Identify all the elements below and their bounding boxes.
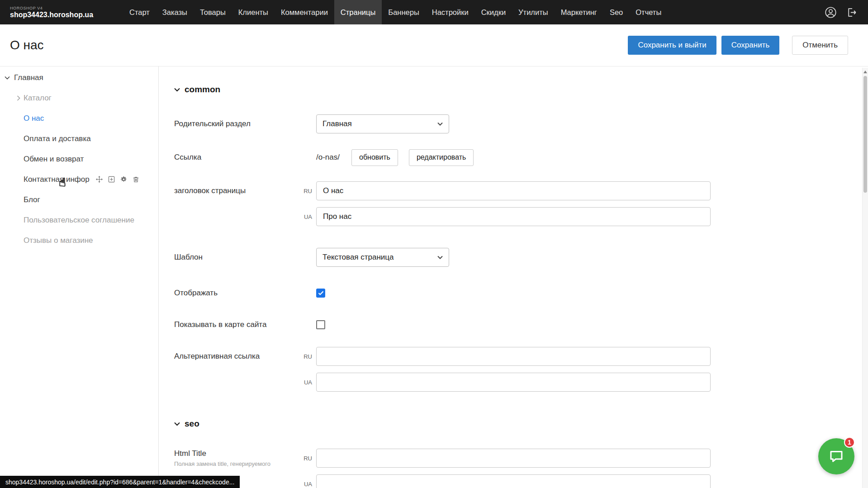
parent-section-row: Родительский раздел Главная bbox=[174, 114, 868, 133]
sidebar-item-o-nas[interactable]: О нас bbox=[0, 108, 158, 128]
move-icon[interactable] bbox=[96, 176, 103, 183]
section-common[interactable]: common bbox=[174, 85, 868, 95]
chevron-down-icon[interactable] bbox=[5, 76, 14, 80]
field-label: Альтернативная ссылка bbox=[174, 352, 286, 361]
nav-item-products[interactable]: Товары bbox=[194, 0, 232, 24]
sidebar-item-obmen[interactable]: Обмен и возврат bbox=[0, 149, 158, 169]
sidebar-item-label: Блог bbox=[24, 195, 40, 204]
field-label: Html Title bbox=[174, 449, 286, 458]
page-title: О нас bbox=[10, 38, 44, 52]
topbar-right bbox=[825, 0, 868, 24]
chat-bubble-icon bbox=[828, 448, 844, 464]
logo-domain: shop34423.horoshop.ua bbox=[10, 11, 123, 19]
display-checkbox[interactable] bbox=[316, 289, 325, 298]
save-and-exit-button[interactable]: Сохранить и выйти bbox=[628, 36, 716, 55]
sidebar-item-blog[interactable]: Блог bbox=[0, 190, 158, 210]
nav-item-marketing[interactable]: Маркетинг bbox=[555, 0, 603, 24]
field-label: Родительский раздел bbox=[174, 119, 286, 128]
lang-badge-ru: RU bbox=[286, 455, 316, 462]
alt-link-ua-row: UA bbox=[174, 373, 868, 392]
sidebar-item-kontaktnaya[interactable]: Контактная инфор bbox=[0, 169, 158, 190]
nav-item-settings[interactable]: Настройки bbox=[426, 0, 475, 24]
cancel-button[interactable]: Отменить bbox=[792, 36, 848, 55]
sidebar-item-glavnaya[interactable]: Главная bbox=[0, 67, 158, 88]
page-title-ru-row: заголовок страницы RU bbox=[174, 181, 868, 200]
nav-item-discounts[interactable]: Скидки bbox=[475, 0, 512, 24]
nav-item-reports[interactable]: Отчеты bbox=[629, 0, 668, 24]
html-title-ua-input[interactable] bbox=[316, 474, 711, 488]
logout-icon[interactable] bbox=[846, 7, 857, 18]
add-icon[interactable] bbox=[108, 176, 115, 183]
alt-link-ua-input[interactable] bbox=[316, 373, 711, 392]
save-button[interactable]: Сохранить bbox=[721, 36, 779, 55]
sidebar-item-oplata[interactable]: Оплата и доставка bbox=[0, 128, 158, 149]
page-title-ru-input[interactable] bbox=[316, 181, 711, 200]
parent-section-select[interactable]: Главная bbox=[316, 114, 449, 133]
section-seo[interactable]: seo bbox=[174, 419, 868, 429]
sidebar-item-label: Главная bbox=[14, 73, 43, 82]
chat-widget-button[interactable]: 1 bbox=[818, 438, 854, 474]
status-url-bar: shop34423.horoshop.ua/edit/edit.php?id=6… bbox=[0, 476, 240, 488]
field-label: Ссылка bbox=[174, 153, 286, 162]
sidebar-item-otzyvy[interactable]: Отзывы о магазине bbox=[0, 230, 158, 251]
sidebar-item-label: Пользовательское соглашение bbox=[24, 216, 134, 225]
nav-item-clients[interactable]: Клиенты bbox=[232, 0, 275, 24]
nav-item-comments[interactable]: Комментарии bbox=[275, 0, 334, 24]
link-edit-button[interactable]: редактировать bbox=[409, 149, 474, 166]
select-value: Текстовая страница bbox=[323, 253, 394, 262]
sidebar-item-soglashenie[interactable]: Пользовательское соглашение bbox=[0, 210, 158, 230]
check-icon bbox=[318, 291, 324, 295]
field-label: Отображать bbox=[174, 289, 286, 298]
sidebar-item-label: Контактная инфор bbox=[24, 175, 90, 184]
sitemap-checkbox[interactable] bbox=[316, 320, 325, 329]
page-title-ua-input[interactable] bbox=[316, 207, 711, 226]
gear-icon[interactable] bbox=[120, 176, 127, 183]
link-refresh-button[interactable]: обновить bbox=[351, 149, 398, 166]
link-path: /o-nas/ bbox=[316, 153, 340, 162]
field-label: Шаблон bbox=[174, 253, 286, 262]
html-title-ua-row: UA bbox=[174, 474, 868, 488]
lang-badge-ua: UA bbox=[286, 481, 316, 488]
chevron-down-icon bbox=[437, 256, 443, 259]
nav-item-seo[interactable]: Seo bbox=[603, 0, 629, 24]
logo[interactable]: HOROSHOP V4 shop34423.horoshop.ua bbox=[0, 0, 123, 24]
sidebar-item-label: Оплата и доставка bbox=[24, 134, 91, 143]
chevron-down-icon bbox=[437, 122, 443, 126]
sitemap-row: Показывать в карте сайта bbox=[174, 315, 868, 334]
field-hint: Полная замена title, генерируемого bbox=[174, 460, 286, 467]
nav-item-pages[interactable]: Страницы bbox=[334, 0, 382, 24]
sidebar-item-label: О нас bbox=[24, 114, 44, 123]
scroll-up-arrow-icon[interactable] bbox=[863, 71, 867, 73]
section-title: common bbox=[185, 85, 220, 95]
section-title: seo bbox=[185, 419, 199, 429]
sidebar-item-label: Обмен и возврат bbox=[24, 155, 84, 164]
html-title-ru-row: Html Title Полная замена title, генериру… bbox=[174, 449, 868, 468]
nav-item-utilities[interactable]: Утилиты bbox=[512, 0, 555, 24]
page-header: О нас Сохранить и выйти Сохранить Отмени… bbox=[0, 24, 868, 66]
nav-item-orders[interactable]: Заказы bbox=[156, 0, 194, 24]
logo-version: HOROSHOP V4 bbox=[10, 6, 123, 10]
user-icon[interactable] bbox=[825, 6, 837, 19]
nav-item-start[interactable]: Старт bbox=[123, 0, 156, 24]
page-title-ua-row: UA bbox=[174, 207, 868, 226]
lang-badge-ru: RU bbox=[286, 188, 316, 194]
vertical-scrollbar[interactable] bbox=[862, 68, 868, 488]
sidebar-item-katalog[interactable]: Каталог bbox=[0, 88, 158, 108]
chevron-down-icon bbox=[174, 422, 180, 426]
html-title-ru-input[interactable] bbox=[316, 449, 711, 468]
field-label: заголовок страницы bbox=[174, 186, 286, 195]
trash-icon[interactable] bbox=[133, 176, 139, 183]
chevron-right-icon[interactable] bbox=[17, 95, 24, 101]
alt-link-ru-row: Альтернативная ссылка RU bbox=[174, 347, 868, 366]
lang-badge-ua: UA bbox=[286, 213, 316, 220]
chevron-down-icon bbox=[174, 88, 180, 92]
header-actions: Сохранить и выйти Сохранить Отменить bbox=[628, 36, 848, 55]
display-row: Отображать bbox=[174, 284, 868, 303]
scrollbar-thumb[interactable] bbox=[863, 76, 867, 193]
nav-item-banners[interactable]: Баннеры bbox=[382, 0, 425, 24]
alt-link-ru-input[interactable] bbox=[316, 347, 711, 366]
field-label-block: Html Title Полная замена title, генериру… bbox=[174, 449, 286, 467]
template-select[interactable]: Текстовая страница bbox=[316, 248, 449, 267]
tree-item-actions bbox=[96, 176, 139, 183]
sidebar-item-label: Отзывы о магазине bbox=[24, 236, 93, 245]
